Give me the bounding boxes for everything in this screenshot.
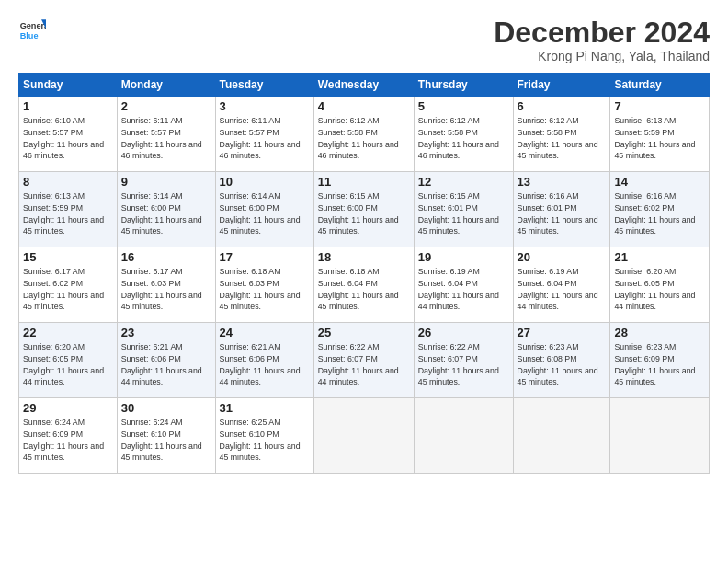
day-number: 22 — [23, 326, 113, 339]
day-info: Sunrise: 6:18 AM Sunset: 6:04 PM Dayligh… — [318, 266, 410, 313]
calendar-cell — [313, 398, 414, 474]
day-number: 18 — [318, 250, 410, 264]
day-info: Sunrise: 6:15 AM Sunset: 6:00 PM Dayligh… — [318, 190, 410, 237]
day-info: Sunrise: 6:25 AM Sunset: 6:10 PM Dayligh… — [220, 417, 310, 464]
day-info: Sunrise: 6:17 AM Sunset: 6:03 PM Dayligh… — [121, 266, 211, 313]
calendar-cell: 3 Sunrise: 6:11 AM Sunset: 5:57 PM Dayli… — [215, 97, 313, 172]
calendar-cell: 26 Sunrise: 6:22 AM Sunset: 6:07 PM Dayl… — [414, 323, 513, 398]
day-info: Sunrise: 6:15 AM Sunset: 6:01 PM Dayligh… — [418, 190, 509, 237]
calendar-cell: 16 Sunrise: 6:17 AM Sunset: 6:03 PM Dayl… — [117, 247, 215, 323]
calendar-cell: 2 Sunrise: 6:11 AM Sunset: 5:57 PM Dayli… — [117, 97, 215, 172]
calendar-cell: 13 Sunrise: 6:16 AM Sunset: 6:01 PM Dayl… — [513, 172, 610, 247]
title-block: December 2024 Krong Pi Nang, Yala, Thail… — [494, 17, 710, 63]
col-sunday: Sunday — [19, 74, 118, 97]
day-number: 21 — [614, 250, 705, 264]
calendar-cell: 30 Sunrise: 6:24 AM Sunset: 6:10 PM Dayl… — [117, 398, 215, 474]
day-number: 29 — [23, 401, 113, 415]
day-info: Sunrise: 6:12 AM Sunset: 5:58 PM Dayligh… — [318, 115, 410, 162]
day-number: 1 — [23, 99, 113, 113]
location-title: Krong Pi Nang, Yala, Thailand — [494, 49, 710, 63]
svg-text:General: General — [20, 21, 46, 30]
day-number: 17 — [220, 250, 310, 264]
day-number: 13 — [518, 175, 607, 189]
day-number: 16 — [121, 250, 211, 264]
day-number: 10 — [220, 175, 310, 189]
day-info: Sunrise: 6:10 AM Sunset: 5:57 PM Dayligh… — [23, 115, 113, 162]
day-info: Sunrise: 6:24 AM Sunset: 6:10 PM Dayligh… — [121, 417, 211, 464]
calendar-cell: 8 Sunrise: 6:13 AM Sunset: 5:59 PM Dayli… — [19, 172, 118, 247]
calendar-cell: 7 Sunrise: 6:13 AM Sunset: 5:59 PM Dayli… — [610, 97, 710, 172]
calendar-cell: 9 Sunrise: 6:14 AM Sunset: 6:00 PM Dayli… — [117, 172, 215, 247]
day-number: 27 — [518, 326, 607, 339]
calendar-cell: 14 Sunrise: 6:16 AM Sunset: 6:02 PM Dayl… — [610, 172, 710, 247]
day-number: 30 — [121, 401, 211, 415]
calendar-cell: 31 Sunrise: 6:25 AM Sunset: 6:10 PM Dayl… — [215, 398, 313, 474]
calendar-cell: 19 Sunrise: 6:19 AM Sunset: 6:04 PM Dayl… — [414, 247, 513, 323]
col-thursday: Thursday — [414, 74, 513, 97]
day-number: 26 — [418, 326, 509, 339]
calendar-cell: 24 Sunrise: 6:21 AM Sunset: 6:06 PM Dayl… — [215, 323, 313, 398]
calendar-cell: 20 Sunrise: 6:19 AM Sunset: 6:04 PM Dayl… — [513, 247, 610, 323]
day-info: Sunrise: 6:13 AM Sunset: 5:59 PM Dayligh… — [614, 115, 705, 162]
day-info: Sunrise: 6:23 AM Sunset: 6:08 PM Dayligh… — [518, 341, 607, 388]
day-info: Sunrise: 6:20 AM Sunset: 6:05 PM Dayligh… — [614, 266, 705, 313]
calendar-cell: 15 Sunrise: 6:17 AM Sunset: 6:02 PM Dayl… — [19, 247, 118, 323]
day-info: Sunrise: 6:12 AM Sunset: 5:58 PM Dayligh… — [418, 115, 509, 162]
month-title: December 2024 — [494, 17, 710, 49]
day-number: 12 — [418, 175, 509, 189]
col-monday: Monday — [117, 74, 215, 97]
calendar-cell: 23 Sunrise: 6:21 AM Sunset: 6:06 PM Dayl… — [117, 323, 215, 398]
calendar-cell — [513, 398, 610, 474]
calendar-cell: 27 Sunrise: 6:23 AM Sunset: 6:08 PM Dayl… — [513, 323, 610, 398]
day-number: 28 — [614, 326, 705, 339]
day-number: 19 — [418, 250, 509, 264]
calendar-cell: 25 Sunrise: 6:22 AM Sunset: 6:07 PM Dayl… — [313, 323, 414, 398]
day-info: Sunrise: 6:16 AM Sunset: 6:02 PM Dayligh… — [614, 190, 705, 237]
col-tuesday: Tuesday — [215, 74, 313, 97]
calendar-cell: 29 Sunrise: 6:24 AM Sunset: 6:09 PM Dayl… — [19, 398, 118, 474]
col-saturday: Saturday — [610, 74, 710, 97]
day-info: Sunrise: 6:22 AM Sunset: 6:07 PM Dayligh… — [318, 341, 410, 388]
day-number: 6 — [518, 99, 607, 113]
day-number: 20 — [518, 250, 607, 264]
calendar-cell: 18 Sunrise: 6:18 AM Sunset: 6:04 PM Dayl… — [313, 247, 414, 323]
day-info: Sunrise: 6:19 AM Sunset: 6:04 PM Dayligh… — [518, 266, 607, 313]
calendar-cell — [610, 398, 710, 474]
svg-text:Blue: Blue — [20, 31, 39, 40]
logo: General Blue — [18, 17, 46, 44]
day-info: Sunrise: 6:24 AM Sunset: 6:09 PM Dayligh… — [23, 417, 113, 464]
day-number: 14 — [614, 175, 705, 189]
day-number: 31 — [220, 401, 310, 415]
day-number: 24 — [220, 326, 310, 339]
calendar-week-row: 29 Sunrise: 6:24 AM Sunset: 6:09 PM Dayl… — [19, 398, 710, 474]
calendar-week-row: 22 Sunrise: 6:20 AM Sunset: 6:05 PM Dayl… — [19, 323, 710, 398]
day-info: Sunrise: 6:19 AM Sunset: 6:04 PM Dayligh… — [418, 266, 509, 313]
day-number: 23 — [121, 326, 211, 339]
day-number: 25 — [318, 326, 410, 339]
day-info: Sunrise: 6:21 AM Sunset: 6:06 PM Dayligh… — [121, 341, 211, 388]
day-info: Sunrise: 6:17 AM Sunset: 6:02 PM Dayligh… — [23, 266, 113, 313]
calendar-page: General Blue December 2024 Krong Pi Nang… — [0, 0, 728, 563]
calendar-cell: 10 Sunrise: 6:14 AM Sunset: 6:00 PM Dayl… — [215, 172, 313, 247]
day-number: 15 — [23, 250, 113, 264]
calendar-cell: 11 Sunrise: 6:15 AM Sunset: 6:00 PM Dayl… — [313, 172, 414, 247]
day-number: 7 — [614, 99, 705, 113]
calendar-cell: 5 Sunrise: 6:12 AM Sunset: 5:58 PM Dayli… — [414, 97, 513, 172]
header: General Blue December 2024 Krong Pi Nang… — [18, 17, 710, 63]
calendar-week-row: 8 Sunrise: 6:13 AM Sunset: 5:59 PM Dayli… — [19, 172, 710, 247]
calendar-week-row: 1 Sunrise: 6:10 AM Sunset: 5:57 PM Dayli… — [19, 97, 710, 172]
calendar-cell: 22 Sunrise: 6:20 AM Sunset: 6:05 PM Dayl… — [19, 323, 118, 398]
calendar-cell: 28 Sunrise: 6:23 AM Sunset: 6:09 PM Dayl… — [610, 323, 710, 398]
calendar-cell: 1 Sunrise: 6:10 AM Sunset: 5:57 PM Dayli… — [19, 97, 118, 172]
day-number: 8 — [23, 175, 113, 189]
calendar-cell: 17 Sunrise: 6:18 AM Sunset: 6:03 PM Dayl… — [215, 247, 313, 323]
col-friday: Friday — [513, 74, 610, 97]
calendar-header-row: Sunday Monday Tuesday Wednesday Thursday… — [19, 74, 710, 97]
col-wednesday: Wednesday — [313, 74, 414, 97]
day-info: Sunrise: 6:11 AM Sunset: 5:57 PM Dayligh… — [220, 115, 310, 162]
day-number: 9 — [121, 175, 211, 189]
calendar-cell — [414, 398, 513, 474]
calendar-cell: 6 Sunrise: 6:12 AM Sunset: 5:58 PM Dayli… — [513, 97, 610, 172]
calendar-cell: 4 Sunrise: 6:12 AM Sunset: 5:58 PM Dayli… — [313, 97, 414, 172]
calendar-cell: 12 Sunrise: 6:15 AM Sunset: 6:01 PM Dayl… — [414, 172, 513, 247]
